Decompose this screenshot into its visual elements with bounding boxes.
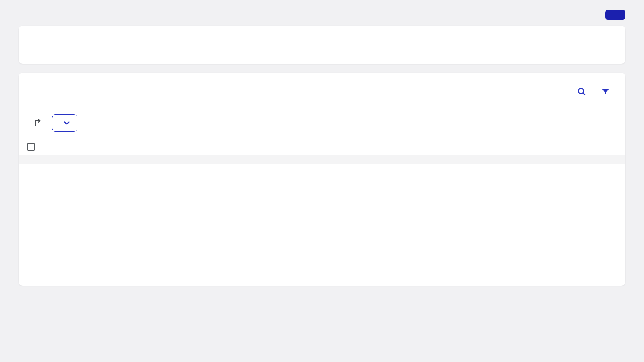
table-toolbar [19,114,625,132]
projects-table [19,139,625,164]
chevron-down-icon [64,119,70,127]
my-projects-panel [19,26,625,64]
export-arrow-icon [34,122,43,129]
page-header [0,0,644,20]
table-header-row [19,139,625,155]
select-action-dropdown[interactable] [52,114,77,132]
search-button[interactable] [576,86,588,99]
filter-icon [601,90,610,97]
filter-button[interactable] [600,86,611,99]
projects-panel [19,73,625,286]
select-all-checkbox[interactable] [27,143,35,151]
search-icon [577,90,586,97]
add-project-button[interactable] [605,10,625,20]
next-row-partial [19,155,625,164]
export-button[interactable] [33,117,43,129]
page-size-select[interactable] [89,121,118,125]
